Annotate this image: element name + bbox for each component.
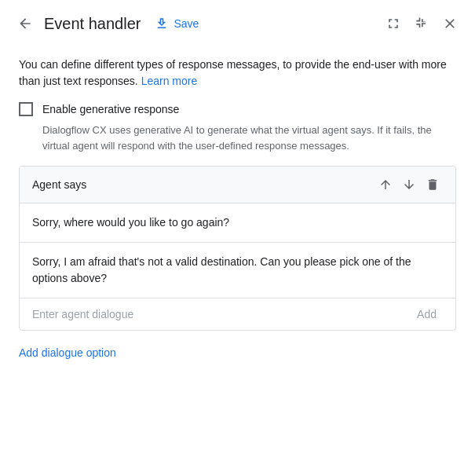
save-button[interactable]: Save (147, 12, 206, 35)
generative-description: Dialogflow CX uses generative AI to gene… (19, 123, 456, 153)
save-icon (155, 16, 169, 31)
move-down-button[interactable] (399, 174, 419, 195)
fullscreen-icon (385, 16, 401, 31)
checkbox-label: Enable generative response (42, 103, 179, 115)
arrow-down-icon (402, 178, 416, 192)
collapse-icon (414, 16, 429, 31)
save-label: Save (174, 17, 199, 30)
move-up-button[interactable] (375, 174, 396, 195)
close-icon (442, 16, 458, 31)
header: Event handler Save (0, 0, 475, 47)
description-text: You can define different types of respon… (19, 57, 456, 90)
dialogue-input-row: Add (20, 298, 455, 330)
delete-icon (426, 178, 440, 192)
close-button[interactable] (437, 11, 462, 36)
delete-button[interactable] (422, 174, 443, 195)
learn-more-link[interactable]: Learn more (141, 75, 198, 87)
header-actions (381, 11, 462, 36)
generative-response-section: Enable generative response Dialogflow CX… (19, 102, 456, 153)
fullscreen-button[interactable] (381, 11, 406, 36)
agent-says-actions (375, 174, 443, 195)
arrow-up-icon (378, 178, 393, 192)
header-left: Event handler Save (13, 11, 375, 36)
dialogue-item: Sorry, where would you like to go again? (20, 203, 455, 243)
agent-says-title: Agent says (32, 178, 375, 191)
dialogue-input[interactable] (32, 308, 404, 320)
agent-says-header: Agent says (20, 167, 455, 203)
dialogue-item: Sorry, I am afraid that's not a valid de… (20, 243, 455, 298)
generative-checkbox[interactable] (19, 102, 33, 116)
add-inline-button[interactable]: Add (411, 305, 443, 324)
content: You can define different types of respon… (0, 47, 475, 476)
collapse-button[interactable] (409, 11, 434, 36)
checkbox-row: Enable generative response (19, 102, 456, 116)
back-icon (17, 16, 33, 31)
back-button[interactable] (13, 11, 38, 36)
agent-says-section: Agent says (19, 166, 456, 331)
page-title: Event handler (44, 15, 141, 33)
event-handler-panel: Event handler Save (0, 0, 475, 476)
add-dialogue-option-button[interactable]: Add dialogue option (19, 343, 456, 362)
